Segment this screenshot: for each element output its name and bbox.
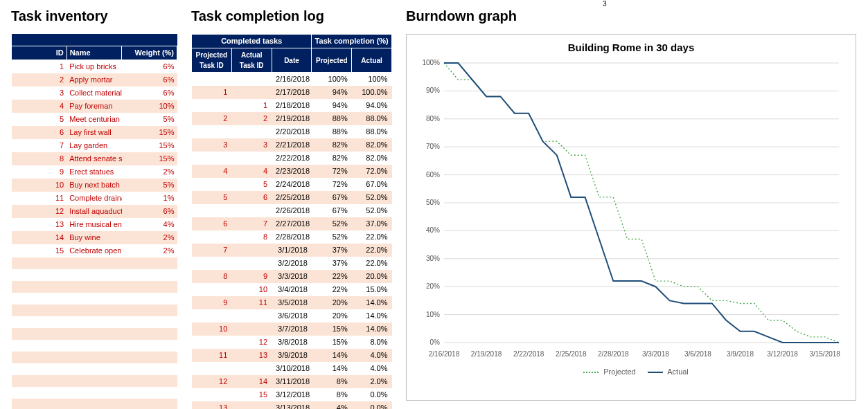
cell-act[interactable]: 67.0% (352, 178, 392, 191)
cell-act-id[interactable] (231, 204, 272, 217)
cell-date[interactable]: 2/20/2018 (272, 125, 312, 138)
cell-date[interactable]: 3/9/2018 (272, 349, 312, 362)
inventory-row[interactable]: 3Collect materials6% (12, 87, 177, 100)
cell-act-id[interactable] (231, 257, 272, 270)
cell-proj[interactable]: 88% (312, 112, 352, 125)
cell-act[interactable]: 14.0% (352, 322, 392, 336)
cell-act[interactable]: 20.0% (352, 270, 392, 283)
log-row[interactable]: 52/24/201872%67.0% (192, 178, 392, 191)
cell-act-id[interactable]: 2 (231, 112, 272, 125)
hdr-act[interactable]: Actual (352, 48, 392, 73)
cell-date[interactable]: 3/5/2018 (272, 296, 312, 309)
hdr-proj[interactable]: Projected (312, 48, 352, 73)
cell-date[interactable]: 2/27/2018 (272, 217, 312, 230)
cell-proj-id[interactable] (192, 152, 232, 165)
cell-name[interactable]: Attend senate session (67, 152, 122, 165)
cell-id[interactable]: 12 (12, 205, 67, 218)
cell-id[interactable]: 2 (12, 73, 67, 87)
cell-name[interactable]: Meet centurian (67, 113, 122, 126)
inventory-row-empty[interactable] (12, 316, 177, 328)
cell-act[interactable]: 0.0% (352, 401, 392, 409)
cell-act-id[interactable]: 10 (231, 283, 272, 296)
inventory-row[interactable]: 4Pay foreman10% (12, 100, 177, 113)
cell-date[interactable]: 3/2/2018 (272, 257, 312, 270)
log-row[interactable]: 3/6/201820%14.0% (192, 309, 392, 322)
log-row[interactable]: 12/17/201894%100.0% (192, 86, 392, 99)
cell-id[interactable]: 9 (12, 165, 67, 179)
cell-date[interactable]: 3/4/2018 (272, 283, 312, 296)
cell-act-id[interactable]: 4 (231, 165, 272, 178)
log-row[interactable]: 2/26/201867%52.0% (192, 204, 392, 217)
cell-proj[interactable]: 4% (312, 401, 352, 409)
cell-act-id[interactable]: 9 (231, 270, 272, 283)
cell-id[interactable]: 11 (12, 192, 67, 205)
cell-act-id[interactable]: 13 (231, 349, 272, 362)
cell-act[interactable]: 2.0% (352, 375, 392, 388)
cell-name[interactable]: Hire musical entertainme (67, 218, 122, 231)
inventory-row-empty[interactable] (12, 399, 177, 410)
inventory-row-empty[interactable] (12, 375, 177, 387)
log-row[interactable]: 82/28/201852%22.0% (192, 230, 392, 244)
cell-date[interactable]: 2/25/2018 (272, 191, 312, 204)
cell-date[interactable]: 3/10/2018 (272, 362, 312, 375)
cell-date[interactable]: 2/24/2018 (272, 178, 312, 191)
inventory-row[interactable]: 12Install aquaduct6% (12, 205, 177, 218)
cell-act[interactable]: 82.0% (352, 138, 392, 152)
cell-proj-id[interactable] (192, 99, 232, 112)
cell-proj-id[interactable]: 6 (192, 217, 232, 230)
cell-proj-id[interactable] (192, 283, 232, 296)
cell-act-id[interactable]: 15 (231, 388, 272, 401)
inventory-row[interactable]: 14Buy wine2% (12, 231, 177, 244)
cell-date[interactable]: 3/3/2018 (272, 270, 312, 283)
log-row[interactable]: 2/16/2018100%100% (192, 73, 392, 87)
cell-id[interactable]: 7 (12, 139, 67, 152)
inventory-row[interactable]: 5Meet centurian5% (12, 113, 177, 126)
cell-proj[interactable]: 14% (312, 349, 352, 362)
cell-proj[interactable]: 94% (312, 86, 352, 99)
cell-proj-id[interactable] (192, 73, 232, 87)
cell-date[interactable]: 2/23/2018 (272, 165, 312, 178)
cell-act-id[interactable] (231, 244, 272, 257)
cell-act-id[interactable] (231, 322, 272, 336)
cell-proj-id[interactable]: 9 (192, 296, 232, 309)
cell-name[interactable]: Celebrate opening (67, 244, 122, 257)
cell-act[interactable]: 22.0% (352, 244, 392, 257)
cell-weight[interactable]: 2% (122, 231, 177, 244)
inventory-row[interactable]: 6Lay first wall15% (12, 126, 177, 139)
cell-act[interactable]: 52.0% (352, 191, 392, 204)
cell-date[interactable]: 2/16/2018 (272, 73, 312, 87)
cell-act-id[interactable] (231, 152, 272, 165)
cell-proj[interactable]: 15% (312, 336, 352, 349)
cell-name[interactable]: Buy next batch of bricks (67, 179, 122, 192)
inventory-row-empty[interactable] (12, 257, 177, 269)
cell-name[interactable]: Lay garden (67, 139, 122, 152)
hdr-date[interactable]: Date (272, 48, 312, 73)
cell-proj[interactable]: 8% (312, 388, 352, 401)
cell-proj-id[interactable]: 1 (192, 86, 232, 99)
cell-act-id[interactable] (231, 401, 272, 409)
log-row[interactable]: 103/7/201815%14.0% (192, 322, 392, 336)
cell-proj-id[interactable]: 10 (192, 322, 232, 336)
cell-proj[interactable]: 20% (312, 309, 352, 322)
cell-id[interactable]: 15 (12, 244, 67, 257)
cell-act[interactable]: 14.0% (352, 296, 392, 309)
cell-date[interactable]: 2/22/2018 (272, 152, 312, 165)
cell-weight[interactable]: 15% (122, 126, 177, 139)
inventory-row-empty[interactable] (12, 328, 177, 340)
cell-act-id[interactable]: 12 (231, 336, 272, 349)
cell-proj-id[interactable]: 7 (192, 244, 232, 257)
inventory-row-empty[interactable] (12, 293, 177, 305)
inventory-row-empty[interactable] (12, 269, 177, 281)
log-row[interactable]: 2/22/201882%82.0% (192, 152, 392, 165)
cell-name[interactable]: Apply mortar (67, 73, 122, 87)
hdr-proj-id[interactable]: Projected Task ID (192, 48, 232, 73)
cell-act[interactable]: 4.0% (352, 349, 392, 362)
cell-name[interactable]: Complete drainage (67, 192, 122, 205)
cell-proj[interactable]: 22% (312, 283, 352, 296)
col-weight[interactable]: Weight (%) (122, 46, 177, 60)
cell-proj[interactable]: 52% (312, 230, 352, 244)
inventory-row[interactable]: 2Apply mortar6% (12, 73, 177, 87)
log-row[interactable]: 222/19/201888%88.0% (192, 112, 392, 125)
cell-id[interactable]: 8 (12, 152, 67, 165)
cell-proj-id[interactable]: 11 (192, 349, 232, 362)
